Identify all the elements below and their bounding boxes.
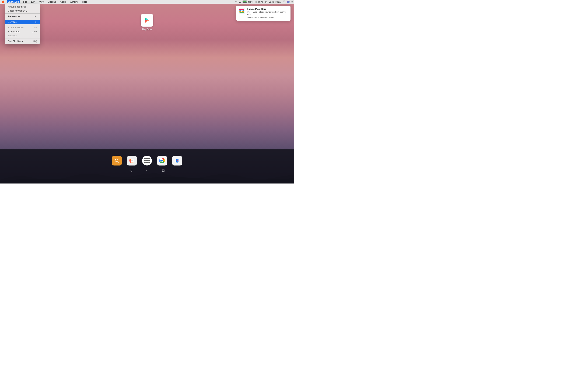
google-play-notification[interactable]: Google Play Store This feature protects … — [236, 6, 291, 21]
actions-menu[interactable]: Actions — [47, 0, 57, 3]
search-icon[interactable] — [283, 0, 285, 3]
hide-bluestacks: Hide BlueStacks ⌘H — [5, 25, 40, 30]
mac-menubar: 🍎 BlueStacks File Edit View Actions Audi… — [0, 0, 294, 4]
svg-rect-10 — [239, 9, 244, 10]
back-button[interactable]: ◁ — [130, 168, 132, 173]
wifi-icon[interactable] — [235, 0, 238, 3]
taskbar-apps — [112, 156, 182, 166]
search-app[interactable] — [112, 156, 122, 166]
username: Sagar Kumar — [269, 1, 281, 3]
sep-1 — [5, 13, 40, 14]
notification-app-icon — [239, 8, 245, 14]
svg-point-21 — [161, 160, 163, 161]
siri-icon[interactable] — [287, 1, 290, 3]
chrome-app[interactable] — [157, 156, 167, 166]
lang-indicator: A — [239, 1, 241, 3]
window-menu[interactable]: Window — [69, 0, 79, 3]
android-nav: ◁ ○ □ — [130, 168, 164, 173]
bluestacks-dropdown: About BlueStacks Check for Update... Pre… — [5, 4, 40, 44]
help-menu[interactable]: Help — [82, 0, 88, 3]
recent-button[interactable]: □ — [162, 168, 164, 173]
sep-2 — [5, 19, 40, 19]
audio-menu[interactable]: Audio — [59, 0, 67, 3]
svg-rect-1 — [247, 1, 247, 2]
controlcenter-icon[interactable]: ≡ — [291, 1, 293, 3]
svg-line-4 — [285, 2, 285, 3]
home-button[interactable]: ○ — [146, 168, 148, 173]
launcher-app[interactable] — [142, 156, 152, 166]
android-taskbar: ⌃ — [0, 150, 294, 184]
preferences[interactable]: Preferences... ⌘, — [5, 14, 40, 18]
photos-app[interactable] — [127, 156, 137, 166]
bluestacks-menu[interactable]: BlueStacks — [7, 0, 20, 3]
svg-rect-18 — [131, 160, 133, 161]
about-bluestacks[interactable]: About BlueStacks — [5, 5, 40, 9]
view-menu[interactable]: View — [38, 0, 45, 3]
taskbar-chevron[interactable]: ⌃ — [146, 151, 148, 154]
apple-logo[interactable]: 🍎 — [1, 0, 4, 3]
hide-others[interactable]: Hide Others ⌥⌘H — [5, 30, 40, 33]
check-for-update[interactable]: Check for Update... — [5, 9, 40, 13]
edit-menu[interactable]: Edit — [30, 0, 36, 3]
svg-rect-17 — [131, 159, 134, 160]
services-menu[interactable]: Services ▶ — [5, 20, 40, 24]
svg-line-13 — [118, 161, 119, 163]
notification-subtitle: This feature protects your device from h… — [247, 11, 288, 19]
datetime: Thu 5:49 PM — [255, 1, 267, 3]
svg-rect-2 — [243, 1, 246, 2]
notification-content: Google Play Store This feature protects … — [247, 8, 288, 19]
notification-title: Google Play Store — [247, 8, 288, 10]
battery-indicator: 100% — [242, 0, 253, 3]
file-menu[interactable]: File — [22, 0, 28, 3]
quit-bluestacks[interactable]: Quit BlueStacks ⌘Q — [5, 39, 40, 43]
play-store-desktop-icon[interactable]: Play Store — [141, 14, 153, 31]
maps-app[interactable] — [172, 156, 182, 166]
show-all: Show All — [5, 33, 40, 38]
play-store-label: Play Store — [142, 28, 152, 31]
dots-grid — [144, 158, 150, 163]
